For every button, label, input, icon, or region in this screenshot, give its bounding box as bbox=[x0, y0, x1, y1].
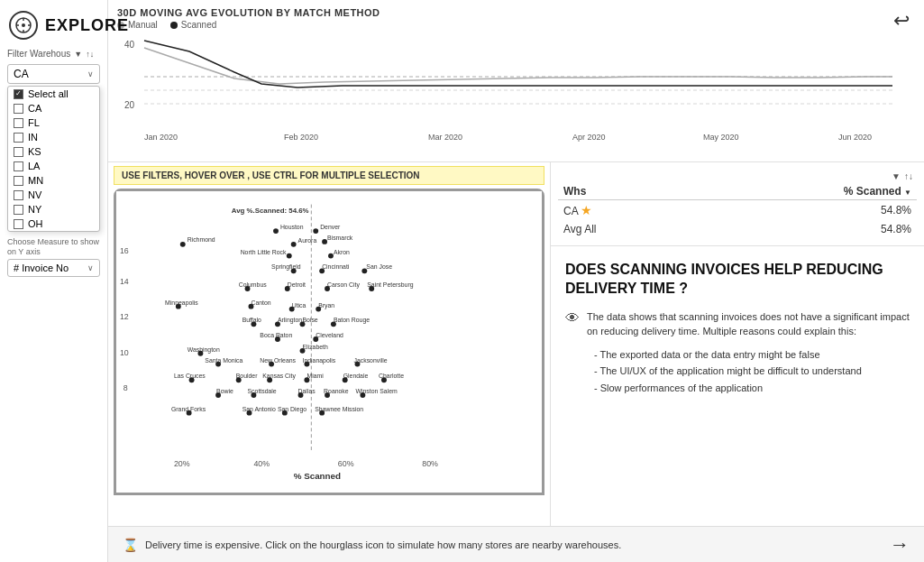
top-chart-area: 30D MOVING AVG EVOLUTION BY MATCH METHOD… bbox=[108, 0, 924, 162]
col-header-whs: Whs bbox=[558, 183, 686, 200]
svg-point-30 bbox=[273, 228, 279, 234]
svg-point-1 bbox=[22, 23, 25, 27]
svg-text:14: 14 bbox=[120, 277, 129, 286]
svg-text:80%: 80% bbox=[422, 459, 438, 468]
insight-list-item-2: - The UI/UX of the application might be … bbox=[594, 363, 910, 380]
dropdown-label-in: IN bbox=[28, 132, 38, 143]
dropdown-item-fl[interactable]: FL bbox=[8, 115, 99, 130]
checkbox-fl[interactable] bbox=[14, 118, 23, 128]
svg-text:40: 40 bbox=[124, 40, 135, 50]
dropdown-item-ca[interactable]: CA bbox=[8, 101, 99, 115]
svg-text:Kansas City: Kansas City bbox=[262, 373, 296, 380]
svg-text:San Jose: San Jose bbox=[366, 263, 392, 270]
dropdown-label-ny: NY bbox=[28, 204, 41, 215]
svg-text:Cleveland: Cleveland bbox=[316, 332, 343, 338]
bottom-bar-text: Delivery time is expensive. Click on the… bbox=[145, 539, 621, 550]
filter-warehouse-row: Filter Warehous ▼ ↑↓ bbox=[0, 45, 107, 62]
dropdown-item-in[interactable]: IN bbox=[8, 130, 99, 144]
svg-text:San Antonio: San Antonio bbox=[242, 406, 276, 412]
dropdown-item-nv[interactable]: NV bbox=[8, 188, 99, 202]
checkbox-nv[interactable] bbox=[14, 190, 23, 200]
warehouse-chevron-icon: ∨ bbox=[87, 69, 94, 78]
next-arrow-button[interactable]: → bbox=[890, 533, 910, 557]
back-arrow-button[interactable]: ↩ bbox=[893, 9, 910, 32]
lower-area: USE FILTERS, HOVER OVER , USE CTRL FOR M… bbox=[108, 162, 924, 562]
app-title: EXPLORE bbox=[45, 16, 129, 35]
svg-text:Las Cruces: Las Cruces bbox=[174, 373, 206, 379]
legend-scanned: Scanned bbox=[170, 20, 216, 30]
svg-text:Dallas: Dallas bbox=[298, 388, 316, 394]
svg-text:Glendale: Glendale bbox=[343, 373, 369, 379]
dropdown-item-select-all[interactable]: Select all bbox=[8, 87, 99, 101]
svg-text:Bowie: Bowie bbox=[216, 388, 233, 394]
sidebar-header: EXPLORE bbox=[0, 0, 107, 45]
svg-point-34 bbox=[291, 242, 297, 247]
table-filter-icon-1: ▼ bbox=[892, 171, 901, 181]
chart-svg-container: 40 20 Jan 2020 Feb 2020 Mar 2020 Apr 202… bbox=[108, 32, 924, 152]
main-container: EXPLORE Filter Warehous ▼ ↑↓ CA ∨ Select… bbox=[0, 0, 924, 562]
svg-text:Grand Forks: Grand Forks bbox=[171, 406, 206, 412]
dropdown-item-oh[interactable]: OH bbox=[8, 217, 99, 231]
table-row: CA ★ 54.8% bbox=[558, 200, 917, 221]
svg-text:Bismarck: Bismarck bbox=[327, 235, 353, 241]
svg-text:Utica: Utica bbox=[292, 302, 306, 309]
checkbox-mn[interactable] bbox=[14, 176, 23, 186]
filter-warehouse-label: Filter Warehous bbox=[7, 49, 70, 59]
measure-chevron-icon: ∨ bbox=[87, 263, 94, 272]
dropdown-item-ks[interactable]: KS bbox=[8, 144, 99, 159]
svg-text:8: 8 bbox=[124, 383, 128, 392]
svg-text:Boca Raton: Boca Raton bbox=[260, 332, 292, 338]
svg-text:% Scanned: % Scanned bbox=[294, 471, 341, 481]
svg-text:Scottsdale: Scottsdale bbox=[248, 388, 277, 394]
insight-title: DOES SCANNING INVOICES HELP REDUCING DEL… bbox=[565, 261, 910, 299]
checkbox-select-all[interactable] bbox=[14, 89, 23, 99]
svg-text:Richmond: Richmond bbox=[188, 236, 215, 243]
whs-cell-ca: CA ★ bbox=[558, 200, 686, 221]
dropdown-item-ny[interactable]: NY bbox=[8, 202, 99, 217]
svg-text:Houston: Houston bbox=[280, 224, 304, 230]
svg-point-28 bbox=[180, 242, 186, 247]
dropdown-label-mn: MN bbox=[28, 175, 43, 186]
svg-text:Jacksonville: Jacksonville bbox=[354, 357, 388, 364]
svg-text:Elizabeth: Elizabeth bbox=[303, 344, 328, 350]
checkbox-ca[interactable] bbox=[14, 104, 23, 114]
checkbox-in[interactable] bbox=[14, 133, 23, 143]
svg-text:Baton Rouge: Baton Rouge bbox=[334, 317, 370, 324]
svg-text:10: 10 bbox=[120, 348, 129, 357]
svg-point-38 bbox=[287, 253, 292, 259]
legend-scanned-dot bbox=[170, 22, 178, 29]
top-chart-svg: 40 20 Jan 2020 Feb 2020 Mar 2020 Apr 202… bbox=[117, 32, 901, 149]
whs-table: ▼ ↑↓ Whs % Scanned ▼ CA ★ bbox=[551, 162, 924, 246]
measure-dropdown[interactable]: # Invoice No ∨ bbox=[7, 259, 100, 277]
dropdown-label-oh: OH bbox=[28, 218, 43, 229]
checkbox-ks[interactable] bbox=[14, 147, 23, 157]
svg-text:Mar 2020: Mar 2020 bbox=[428, 133, 462, 142]
warehouse-dropdown[interactable]: CA ∨ bbox=[7, 64, 100, 84]
hourglass-icon[interactable]: ⌛ bbox=[123, 538, 138, 552]
svg-text:Bryan: Bryan bbox=[318, 302, 334, 309]
svg-text:Boulder: Boulder bbox=[236, 373, 258, 379]
dropdown-label-ks: KS bbox=[28, 146, 41, 157]
insight-panel: DOES SCANNING INVOICES HELP REDUCING DEL… bbox=[551, 246, 924, 562]
dropdown-item-la[interactable]: LA bbox=[8, 159, 99, 173]
svg-text:12: 12 bbox=[120, 312, 129, 321]
checkbox-oh[interactable] bbox=[14, 219, 23, 229]
checkbox-ny[interactable] bbox=[14, 205, 23, 215]
svg-text:Santa Monica: Santa Monica bbox=[205, 357, 242, 364]
col-header-pct-scanned: % Scanned ▼ bbox=[686, 183, 917, 200]
dropdown-item-mn[interactable]: MN bbox=[8, 173, 99, 188]
pct-cell-avg: 54.8% bbox=[686, 220, 917, 238]
eye-icon: 👁 bbox=[565, 310, 580, 327]
svg-text:Canton: Canton bbox=[251, 299, 270, 306]
svg-text:Arlington: Arlington bbox=[278, 317, 302, 324]
checkbox-la[interactable] bbox=[14, 161, 23, 171]
dropdown-label-ca: CA bbox=[28, 103, 41, 114]
measure-dropdown-value: # Invoice No bbox=[14, 263, 69, 273]
insight-list-item-3: - Slow performances of the application bbox=[594, 380, 910, 397]
svg-text:Minneapolis: Minneapolis bbox=[165, 299, 198, 307]
svg-text:Roanoke: Roanoke bbox=[324, 388, 349, 394]
insight-body: The data shows that scanning invoices do… bbox=[587, 309, 910, 339]
svg-text:Avg %.Scanned: 54.6%: Avg %.Scanned: 54.6% bbox=[232, 207, 309, 215]
bottom-bar: ⌛ Delivery time is expensive. Click on t… bbox=[108, 526, 924, 562]
legend-manual-label: Manual bbox=[128, 20, 158, 30]
